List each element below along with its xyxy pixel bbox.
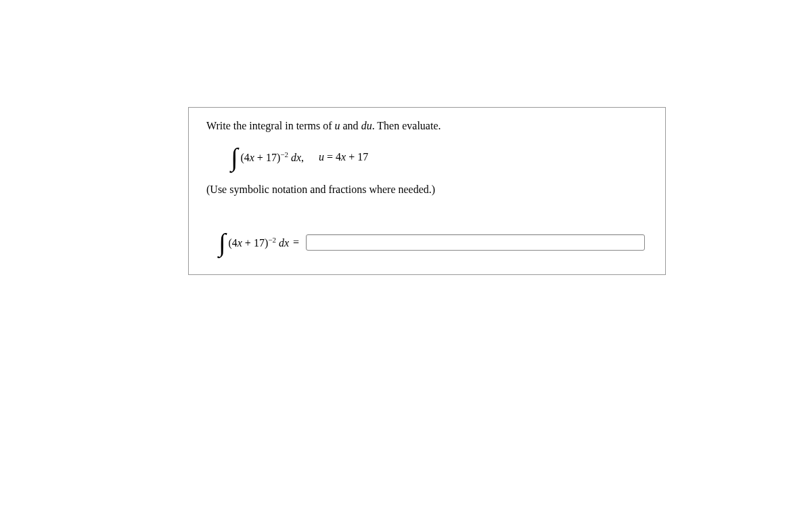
- integral-expression: ∫ (4x + 17)−2 dx, u = 4x + 17: [231, 144, 648, 170]
- paren-close: + 17): [254, 152, 280, 163]
- differential-x: x: [296, 152, 301, 163]
- sub-u: u: [319, 151, 324, 163]
- differential-d: d: [291, 152, 296, 163]
- ans-paren-open: (4: [228, 237, 237, 249]
- ans-paren-close: + 17): [242, 237, 268, 249]
- equals-sign: =: [293, 236, 299, 249]
- exponent: −2: [280, 150, 288, 158]
- ans-differential-x: x: [284, 237, 289, 249]
- instruction-text: Write the integral in terms of: [206, 120, 335, 131]
- paren-open: (4: [240, 152, 249, 163]
- integral-sign-icon: ∫: [231, 144, 238, 170]
- problem-instruction: Write the integral in terms of u and du.…: [206, 120, 648, 132]
- sub-eq: = 4: [324, 151, 341, 163]
- instruction-text-suffix: . Then evaluate.: [372, 120, 441, 131]
- ans-var-x: x: [238, 237, 242, 249]
- variable-u: u: [335, 120, 340, 131]
- integral-sign-icon: ∫: [219, 230, 225, 255]
- answer-input[interactable]: [306, 234, 645, 251]
- ans-differential-d: d: [279, 237, 284, 249]
- comma: ,: [301, 152, 304, 163]
- problem-container: Write the integral in terms of u and du.…: [188, 107, 666, 275]
- sub-plus: + 17: [346, 151, 368, 163]
- substitution-expression: u = 4x + 17: [319, 151, 368, 163]
- var-x: x: [250, 152, 254, 163]
- integrand: (4x + 17)−2 dx,: [240, 150, 304, 164]
- answer-integrand: (4x + 17)−2 dx: [228, 236, 289, 249]
- notation-note: (Use symbolic notation and fractions whe…: [206, 184, 648, 196]
- answer-row: ∫ (4x + 17)−2 dx =: [219, 230, 648, 255]
- ans-exponent: −2: [268, 236, 276, 244]
- variable-du: du: [361, 120, 372, 131]
- instruction-text-mid: and: [340, 120, 361, 131]
